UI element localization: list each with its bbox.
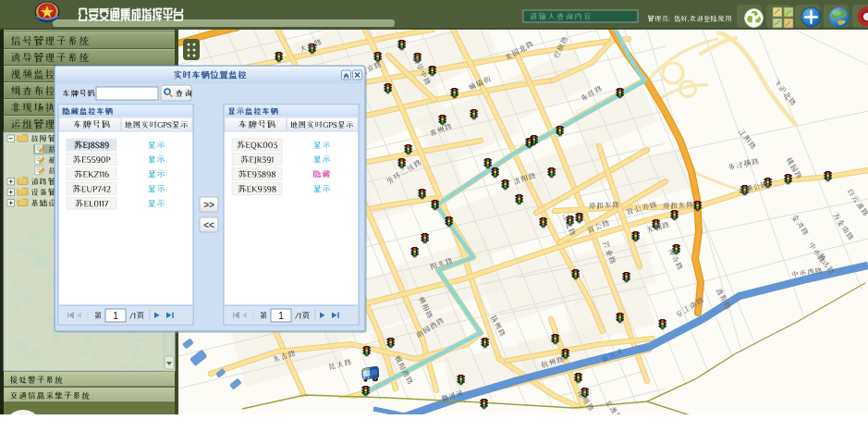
svg-text:<<: <<: [203, 220, 214, 230]
svg-text:1: 1: [113, 311, 118, 321]
svg-text:>>: >>: [203, 200, 214, 210]
svg-text:1: 1: [278, 311, 284, 321]
